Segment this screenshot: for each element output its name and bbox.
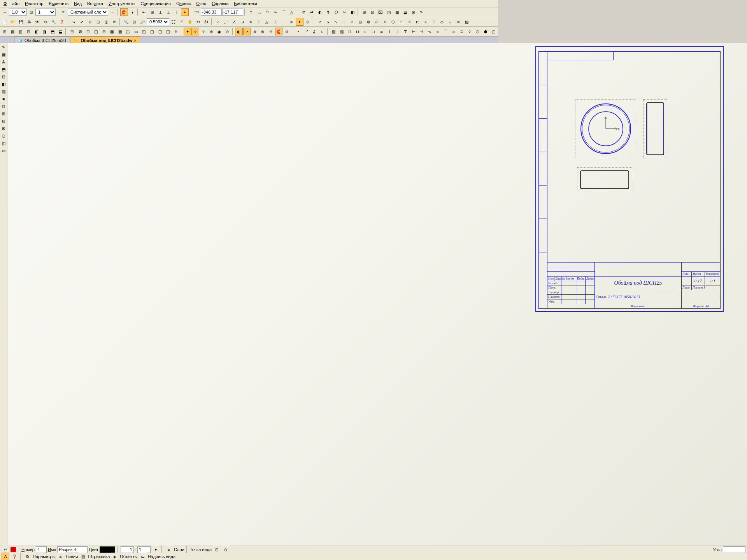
t3-be[interactable]: ◊ bbox=[466, 28, 473, 35]
t3-ba[interactable]: ≈ bbox=[434, 28, 442, 35]
t2-m[interactable]: △ bbox=[263, 18, 271, 26]
t2-ab[interactable]: ⬡ bbox=[389, 18, 397, 26]
t3-av[interactable]: ⊥ bbox=[394, 28, 402, 35]
t1-u[interactable]: ✎ bbox=[417, 8, 425, 16]
t3-as[interactable]: ⊐ bbox=[370, 28, 378, 35]
t3-ae[interactable]: ⊗ bbox=[251, 28, 259, 35]
t3-ay[interactable]: ⊣ bbox=[418, 28, 426, 35]
t3-bb[interactable]: ⌒ bbox=[442, 28, 450, 35]
menu-spec[interactable]: Спецификация bbox=[138, 1, 174, 6]
step-icon[interactable]: ↔ bbox=[1, 8, 9, 16]
st-6[interactable]: ▥ bbox=[0, 88, 7, 95]
t3-u[interactable]: ◳ bbox=[164, 28, 172, 35]
align-v-icon[interactable]: ⊥ bbox=[156, 8, 164, 16]
t3-w[interactable]: ✦ bbox=[184, 28, 191, 35]
t3-s[interactable]: ◱ bbox=[148, 28, 156, 35]
t3-z[interactable]: ⊛ bbox=[208, 28, 216, 35]
t3-f[interactable]: ◨ bbox=[41, 28, 49, 35]
menu-view[interactable]: Вид bbox=[71, 1, 84, 6]
t2-i[interactable]: ∠ bbox=[230, 18, 238, 26]
st-8[interactable]: □ bbox=[0, 103, 7, 110]
t3-x[interactable]: ✧ bbox=[191, 28, 199, 35]
menu-window[interactable]: Окно bbox=[194, 1, 209, 6]
t2-s[interactable]: ↗ bbox=[316, 18, 323, 26]
t2-ak[interactable]: ▨ bbox=[463, 18, 470, 26]
t3-o[interactable]: ▩ bbox=[116, 28, 124, 35]
t2-d[interactable]: ⊡ bbox=[94, 18, 102, 26]
drawing-canvas[interactable]: x bbox=[7, 43, 498, 373]
t2-ac[interactable]: ⊓ bbox=[397, 18, 405, 26]
menu-service[interactable]: Сервис bbox=[174, 1, 194, 6]
t1-p[interactable]: ⌧ bbox=[377, 8, 384, 16]
t3-aa[interactable]: ◉ bbox=[216, 28, 223, 35]
st-3[interactable]: ⬒ bbox=[0, 66, 7, 73]
t3-ah[interactable]: 🧲 bbox=[275, 28, 283, 35]
polar-icon[interactable]: ✦ bbox=[181, 8, 189, 16]
redraw-icon[interactable]: 🗘 bbox=[202, 18, 210, 26]
st-0[interactable]: ✎ bbox=[0, 44, 7, 51]
t3-a[interactable]: ⊞ bbox=[1, 28, 9, 35]
cut-icon[interactable]: ✂ bbox=[42, 18, 49, 26]
t3-j[interactable]: ⊠ bbox=[76, 28, 84, 35]
t3-p[interactable]: ⬚ bbox=[124, 28, 132, 35]
t1-j[interactable]: ↯ bbox=[324, 8, 332, 16]
preview-icon[interactable]: 👁 bbox=[33, 18, 41, 26]
t2-o[interactable]: ⌒ bbox=[279, 18, 287, 26]
print-icon[interactable]: 🖶 bbox=[25, 18, 33, 26]
t2-aj[interactable]: ⧈ bbox=[454, 18, 462, 26]
t2-ag[interactable]: ⌇ bbox=[430, 18, 438, 26]
layer-prop-icon[interactable]: ⋯ bbox=[109, 8, 116, 16]
t3-ai[interactable]: ⊘ bbox=[283, 28, 291, 35]
t3-at[interactable]: ≡ bbox=[378, 28, 386, 35]
t2-f[interactable]: ⟳ bbox=[110, 18, 118, 26]
t1-h[interactable]: ⇄ bbox=[308, 8, 316, 16]
open-icon[interactable]: 📂 bbox=[9, 18, 17, 26]
t3-k[interactable]: ⊡ bbox=[84, 28, 92, 35]
st-5[interactable]: ◧ bbox=[0, 80, 7, 88]
coord-y-input[interactable] bbox=[222, 9, 243, 16]
t2-x[interactable]: ◎ bbox=[356, 18, 364, 26]
t2-c[interactable]: ⊕ bbox=[86, 18, 94, 26]
t1-e[interactable]: ⌒ bbox=[280, 8, 288, 16]
t2-j[interactable]: ⊿ bbox=[238, 18, 246, 26]
t2-r[interactable]: ⊙ bbox=[304, 18, 312, 26]
t2-p[interactable]: ≋ bbox=[288, 18, 295, 26]
align-left-icon[interactable]: ⇤ bbox=[140, 8, 148, 16]
zoom-win-icon[interactable]: ⊡ bbox=[130, 18, 138, 26]
layer-select[interactable]: Системный слой bbox=[68, 9, 108, 16]
t3-c[interactable]: ▥ bbox=[17, 28, 25, 35]
t1-i[interactable]: ◐ bbox=[316, 8, 324, 16]
t2-t[interactable]: ↘ bbox=[324, 18, 331, 26]
t3-ac[interactable]: ◐ bbox=[235, 28, 243, 35]
t1-q[interactable]: ◲ bbox=[385, 8, 393, 16]
t3-ao[interactable]: ▧ bbox=[338, 28, 345, 35]
st-10[interactable]: ⊟ bbox=[0, 117, 7, 124]
t3-d[interactable]: ⊡ bbox=[25, 28, 33, 35]
t3-am[interactable]: ⊾ bbox=[318, 28, 326, 35]
zoom-select[interactable]: 0.5963 bbox=[147, 18, 169, 25]
t2-ai[interactable]: ⬨ bbox=[446, 18, 454, 26]
t2-v[interactable]: ⌢ bbox=[340, 18, 348, 26]
layer-icon[interactable]: ≡ bbox=[60, 8, 67, 16]
t3-g[interactable]: ⬒ bbox=[49, 28, 56, 35]
t1-c[interactable]: ◠ bbox=[263, 8, 271, 16]
t1-g[interactable]: ⟲ bbox=[300, 8, 307, 16]
t2-e[interactable]: ◫ bbox=[102, 18, 110, 26]
t3-bh[interactable]: ▢ bbox=[490, 28, 498, 35]
close-icon[interactable]: × bbox=[134, 38, 136, 43]
snap-dd-icon[interactable]: ▾ bbox=[128, 8, 136, 16]
t3-al[interactable]: ∡ bbox=[310, 28, 318, 35]
st-12[interactable]: ⌷ bbox=[0, 132, 7, 139]
t1-f[interactable]: △ bbox=[288, 8, 296, 16]
menu-tools[interactable]: Инструменты bbox=[106, 1, 138, 6]
st-11[interactable]: ⊠ bbox=[0, 125, 7, 132]
ortho-icon[interactable]: ↕ bbox=[173, 8, 181, 16]
t3-ab[interactable]: ⊙ bbox=[224, 28, 231, 35]
st-4[interactable]: ⊡ bbox=[0, 73, 7, 80]
t2-ah[interactable]: ◇ bbox=[438, 18, 446, 26]
rotate-icon[interactable]: ⟲ bbox=[194, 18, 202, 26]
t2-u[interactable]: ⤡ bbox=[332, 18, 340, 26]
t1-k[interactable]: ⬡ bbox=[332, 8, 340, 16]
t2-l[interactable]: ⌇ bbox=[255, 18, 263, 26]
t1-n[interactable]: ⊞ bbox=[360, 8, 368, 16]
